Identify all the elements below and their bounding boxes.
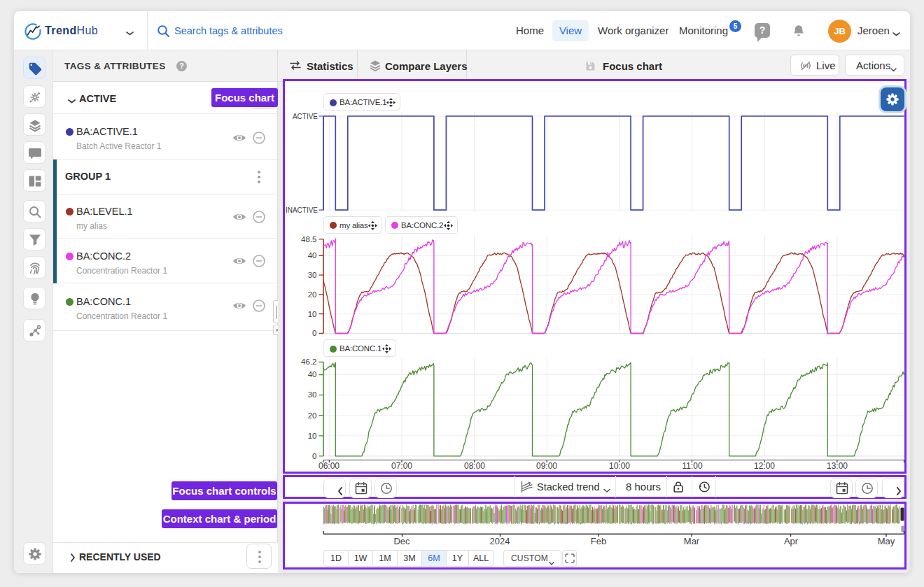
- svg-text:40: 40: [308, 251, 317, 260]
- svg-text:46.2: 46.2: [301, 358, 316, 366]
- svg-text:Feb: Feb: [591, 536, 606, 546]
- svg-text:0: 0: [312, 329, 316, 337]
- svg-text:2024: 2024: [490, 536, 510, 546]
- svg-text:30: 30: [308, 271, 317, 279]
- svg-text:13:00: 13:00: [827, 461, 848, 471]
- svg-text:40: 40: [308, 370, 317, 379]
- svg-text:Apr: Apr: [784, 536, 799, 546]
- svg-text:20: 20: [308, 290, 317, 299]
- svg-text:30: 30: [308, 390, 317, 399]
- svg-text:Mar: Mar: [684, 536, 700, 546]
- svg-text:20: 20: [308, 411, 317, 420]
- svg-text:06:00: 06:00: [318, 461, 340, 471]
- svg-text:09:00: 09:00: [536, 461, 557, 471]
- svg-text:48.5: 48.5: [301, 235, 316, 243]
- svg-text:11:00: 11:00: [682, 461, 702, 471]
- svg-text:08:00: 08:00: [464, 461, 485, 471]
- svg-text:Dec: Dec: [393, 536, 410, 546]
- svg-text:07:00: 07:00: [391, 461, 412, 471]
- svg-text:10: 10: [308, 310, 317, 318]
- svg-text:10:00: 10:00: [609, 461, 630, 471]
- svg-text:10: 10: [308, 432, 317, 440]
- svg-text:May: May: [878, 536, 895, 546]
- svg-text:0: 0: [312, 452, 316, 460]
- svg-text:12:00: 12:00: [754, 461, 775, 471]
